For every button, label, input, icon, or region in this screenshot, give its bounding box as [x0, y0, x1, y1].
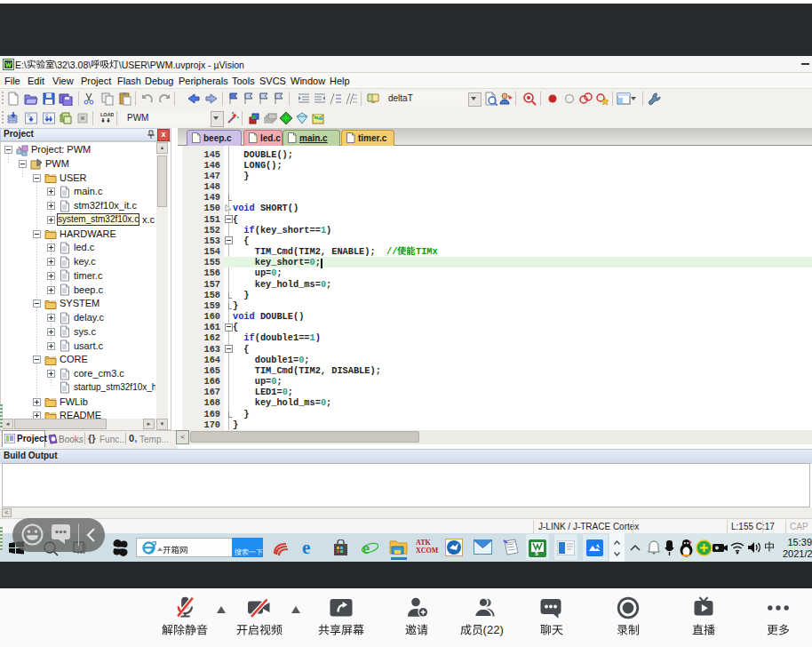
svg-text:LOAD: LOAD [100, 112, 114, 117]
svg-text:e: e [302, 539, 310, 557]
svg-text:e: e [362, 539, 370, 557]
svg-text:s: s [535, 550, 538, 556]
